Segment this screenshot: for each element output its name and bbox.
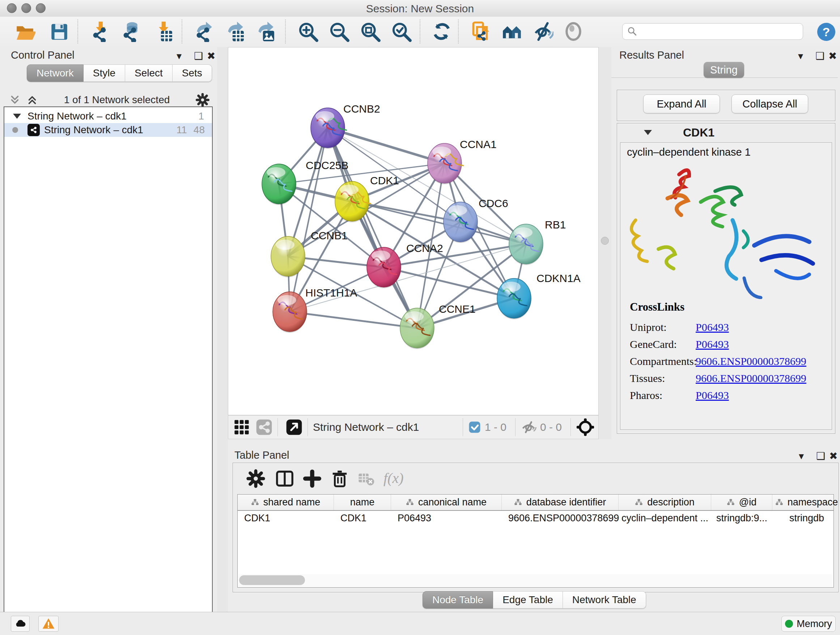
warnings-button[interactable] <box>38 616 58 632</box>
collection-expander-icon[interactable] <box>13 114 21 119</box>
save-session-button[interactable] <box>49 21 69 42</box>
network-collection-row[interactable]: String Network – cdk1 1 <box>4 109 212 123</box>
create-column-plus-icon[interactable] <box>302 469 322 488</box>
column-header-name[interactable]: name <box>334 494 391 510</box>
expand-all-chevron-icon[interactable] <box>26 94 38 106</box>
column-header-canonical-name[interactable]: canonical name <box>391 494 502 510</box>
import-network-database-button[interactable] <box>119 21 141 42</box>
zoom-fit-button[interactable] <box>360 21 381 42</box>
column-header-description[interactable]: description <box>619 494 711 510</box>
open-in-new-window-icon[interactable] <box>286 419 302 435</box>
tab-network-table[interactable]: Network Table <box>563 591 646 608</box>
control-panel-close-button[interactable]: ✖ <box>207 50 215 62</box>
node-table-row[interactable]: CDK1CDK1P064939606.ENSP00000378699cyclin… <box>238 511 834 525</box>
cell-namespace[interactable]: stringdb <box>772 511 840 525</box>
tab-edge-table[interactable]: Edge Table <box>493 591 563 608</box>
memory-button[interactable]: Memory <box>782 616 836 632</box>
import-network-file-button[interactable] <box>89 21 110 42</box>
clone-network-button[interactable] <box>470 21 491 42</box>
export-network-button[interactable] <box>193 21 213 42</box>
gene-expander-icon[interactable] <box>644 130 652 135</box>
cell-shared-name[interactable]: CDK1 <box>238 511 334 525</box>
node-HIST1H1A[interactable]: HIST1H1A <box>273 287 357 333</box>
delete-column-trash-icon[interactable] <box>330 469 349 488</box>
cell-database-identifier[interactable]: 9606.ENSP00000378699 <box>502 511 619 525</box>
table-panel-menu-arrow[interactable]: ▾ <box>799 450 804 462</box>
table-horizontal-scrollbar[interactable] <box>238 574 833 586</box>
tab-sets[interactable]: Sets <box>172 65 212 82</box>
network-view-canvas[interactable]: CCNB2 CCNA1 CDC25B CDK1 CDC6 RB1 CCNB1 <box>228 47 599 415</box>
control-panel-menu-arrow[interactable]: ▾ <box>177 50 182 62</box>
node-CDC6[interactable]: CDC6 <box>444 197 508 243</box>
apply-layout-button[interactable] <box>431 21 452 42</box>
node-CCNA2[interactable]: CCNA2 <box>367 242 443 288</box>
cell-name[interactable]: CDK1 <box>334 511 391 525</box>
status-bar: Memory <box>0 612 840 635</box>
table-panel-float-button[interactable]: ❑ <box>816 450 825 462</box>
collapse-all-chevron-icon[interactable] <box>9 94 21 106</box>
help-button[interactable]: ? <box>816 22 837 43</box>
column-header-namespace[interactable]: namespace <box>772 494 840 510</box>
tab-style[interactable]: Style <box>84 65 125 82</box>
show-columns-icon[interactable] <box>275 469 294 488</box>
node-CCNB2[interactable]: CCNB2 <box>311 103 380 149</box>
selected-checkbox-icon[interactable] <box>468 421 481 434</box>
right-splitter[interactable] <box>599 47 611 439</box>
results-panel-float-button[interactable]: ❑ <box>815 50 824 62</box>
table-panel-close-button[interactable]: ✖ <box>829 450 837 462</box>
node-CCNE1[interactable]: CCNE1 <box>400 303 476 349</box>
first-neighbors-button[interactable] <box>501 21 523 42</box>
gene-header-row[interactable]: CDK1 <box>618 124 834 141</box>
edge-RB1-HIST1H1A[interactable] <box>290 244 526 312</box>
collapse-all-button[interactable]: Collapse All <box>731 95 808 113</box>
zoom-out-button[interactable] <box>328 21 349 42</box>
export-image-button[interactable] <box>254 21 275 42</box>
results-panel-close-button[interactable]: ✖ <box>829 50 837 62</box>
left-splitter[interactable] <box>217 47 228 612</box>
zoom-in-button[interactable] <box>297 21 318 42</box>
crosslink-link[interactable]: P06493 <box>696 389 729 402</box>
edge-CCNB2-CCNA1[interactable] <box>328 128 445 163</box>
open-session-button[interactable] <box>14 21 35 42</box>
fit-content-crosshair-icon[interactable] <box>576 418 595 437</box>
node-RB1[interactable]: RB1 <box>509 219 566 265</box>
table-options-gear-icon[interactable] <box>246 469 265 488</box>
zoom-selected-button[interactable] <box>391 21 412 42</box>
search-field[interactable] <box>622 23 803 40</box>
crosslink-link[interactable]: 9606.ENSP00000378699 <box>696 372 806 385</box>
cell-canonical-name[interactable]: P06493 <box>391 511 502 525</box>
expand-all-button[interactable]: Expand All <box>643 95 720 113</box>
birdseye-grid-icon[interactable] <box>233 418 251 436</box>
node-CDKN1A[interactable]: CDKN1A <box>497 272 581 319</box>
column-header--id[interactable]: @id <box>711 494 772 510</box>
tab-string[interactable]: String <box>704 62 744 78</box>
control-panel-float-button[interactable]: ❑ <box>194 50 203 62</box>
network-row-selected[interactable]: String Network – cdk1 11 48 <box>4 123 212 137</box>
table-scrollbar-thumb[interactable] <box>239 575 305 585</box>
tab-select[interactable]: Select <box>125 65 172 82</box>
crosslinks-title: CrossLinks <box>630 301 806 314</box>
crosslink-link[interactable]: 9606.ENSP00000378699 <box>696 355 806 367</box>
tab-network[interactable]: Network <box>27 65 84 82</box>
cell-description[interactable]: cyclin–dependent ... <box>619 511 711 525</box>
column-header-database-identifier[interactable]: database identifier <box>502 494 619 510</box>
cell--id[interactable]: stringdb:9... <box>711 511 772 525</box>
hide-selected-button[interactable] <box>532 21 554 42</box>
network-options-gear-icon[interactable] <box>195 93 210 107</box>
crosslink-link[interactable]: P06493 <box>696 338 729 350</box>
edge-CCNB2-HIST1H1A[interactable] <box>290 128 328 312</box>
export-table-button[interactable] <box>224 21 245 42</box>
show-all-button[interactable] <box>563 21 584 42</box>
results-panel-menu-arrow[interactable]: ▾ <box>798 50 803 62</box>
edge-CCNE1-HIST1H1A[interactable] <box>290 312 417 328</box>
node-CCNA1[interactable]: CCNA1 <box>428 138 497 184</box>
import-table-file-button[interactable] <box>152 21 173 42</box>
tab-node-table[interactable]: Node Table <box>423 591 493 608</box>
column-header-shared-name[interactable]: shared name <box>238 494 334 510</box>
crosslink-link[interactable]: P06493 <box>696 321 729 333</box>
search-input[interactable] <box>641 26 798 38</box>
right-splitter-handle[interactable] <box>601 237 609 245</box>
cloud-status-button[interactable] <box>11 616 30 632</box>
column-type-icon <box>514 499 522 507</box>
hidden-eye-icon[interactable] <box>521 419 537 435</box>
